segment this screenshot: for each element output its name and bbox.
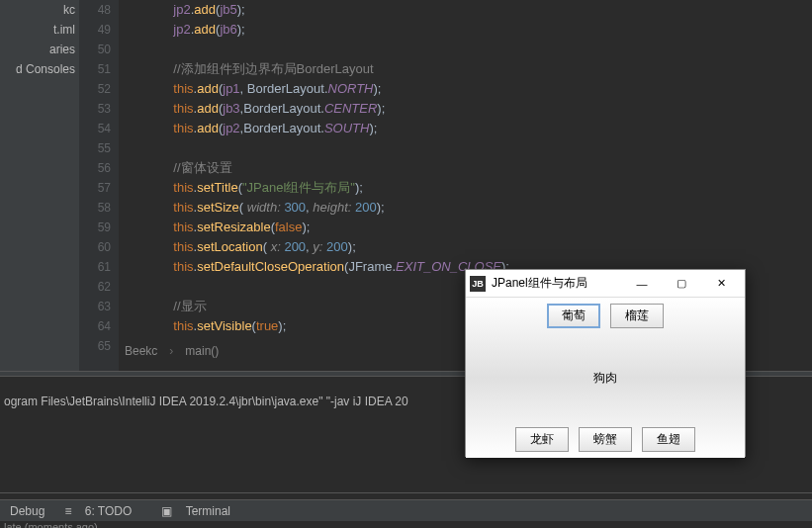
line-number: 57 (79, 178, 111, 198)
code-line[interactable]: //添加组件到边界布局BorderLayout (131, 59, 812, 79)
tab-debug[interactable]: Debug (0, 504, 54, 518)
north-button-1[interactable]: 榴莲 (610, 304, 664, 328)
project-tree-item[interactable]: d Consoles (0, 59, 79, 79)
code-line[interactable]: jp2.add(jb6); (131, 20, 812, 40)
line-number: 49 (79, 20, 111, 40)
line-number: 63 (79, 297, 111, 316)
project-tree[interactable]: kct.imlariesd Consoles (0, 0, 79, 371)
project-tree-item[interactable]: t.iml (0, 20, 79, 40)
line-number: 61 (79, 257, 111, 277)
minimize-button[interactable]: — (622, 274, 662, 294)
chevron-right-icon: › (163, 344, 179, 358)
line-number: 58 (79, 198, 111, 218)
code-line[interactable]: this.setLocation( x: 200, y: 200); (131, 237, 812, 257)
code-line[interactable]: this.add(jp2,BorderLayout.SOUTH); (131, 119, 812, 138)
app-body: 葡萄榴莲 狗肉 龙虾螃蟹鱼翅 (466, 298, 745, 458)
south-button-1[interactable]: 螃蟹 (579, 427, 632, 452)
bottom-toolbar: Debug ≡ 6: TODO ▣ Terminal (0, 499, 812, 521)
line-number: 55 (79, 138, 111, 158)
status-text: late (moments ago) (4, 521, 98, 528)
north-button-0[interactable]: 葡萄 (547, 304, 600, 328)
line-number: 59 (79, 218, 111, 237)
line-gutter: 484950515253545556575859606162636465 (79, 0, 119, 371)
maximize-button[interactable]: ▢ (662, 274, 701, 294)
status-bar: late (moments ago) (0, 521, 812, 528)
line-number: 56 (79, 158, 111, 178)
panel-north: 葡萄榴莲 (466, 298, 745, 334)
project-tree-item[interactable]: aries (0, 40, 79, 59)
panel-center: 狗肉 (466, 334, 745, 421)
tab-todo[interactable]: ≡ 6: TODO (54, 504, 151, 518)
breadcrumb[interactable]: Beekc›main() (119, 344, 225, 358)
breadcrumb-method[interactable]: main() (179, 344, 225, 358)
line-number: 53 (79, 99, 111, 119)
line-number: 64 (79, 316, 111, 336)
line-number: 62 (79, 277, 111, 297)
code-line[interactable]: //窗体设置 (131, 158, 812, 178)
app-title: JPanel组件与布局 (492, 275, 622, 292)
code-line[interactable]: this.add(jb3,BorderLayout.CENTER); (131, 99, 812, 119)
close-button[interactable]: ✕ (701, 274, 741, 294)
line-number: 65 (79, 336, 111, 356)
breadcrumb-class[interactable]: Beekc (119, 344, 163, 358)
code-line[interactable]: this.setSize( width: 300, height: 200); (131, 198, 812, 218)
titlebar[interactable]: JB JPanel组件与布局 — ▢ ✕ (466, 270, 745, 298)
tab-terminal[interactable]: ▣ Terminal (151, 504, 250, 518)
south-button-2[interactable]: 鱼翅 (642, 427, 695, 452)
code-line[interactable]: jp2.add(jb5); (131, 0, 812, 20)
project-tree-item[interactable]: kc (0, 0, 79, 20)
line-number: 51 (79, 59, 111, 79)
south-button-0[interactable]: 龙虾 (515, 427, 569, 452)
line-number: 50 (79, 40, 111, 59)
line-number: 52 (79, 79, 111, 99)
divider (0, 492, 812, 493)
code-line[interactable]: this.setTitle("JPanel组件与布局"); (131, 178, 812, 198)
panel-south: 龙虾螃蟹鱼翅 (466, 421, 745, 458)
center-label[interactable]: 狗肉 (593, 370, 617, 387)
code-line[interactable]: this.setResizable(false); (131, 218, 812, 237)
app-window[interactable]: JB JPanel组件与布局 — ▢ ✕ 葡萄榴莲 狗肉 龙虾螃蟹鱼翅 (465, 269, 746, 457)
line-number: 54 (79, 119, 111, 138)
line-number: 60 (79, 237, 111, 257)
line-number: 48 (79, 0, 111, 20)
code-line[interactable] (131, 40, 812, 59)
java-icon: JB (470, 276, 486, 292)
code-line[interactable]: this.add(jp1, BorderLayout.NORTH); (131, 79, 812, 99)
code-line[interactable] (131, 138, 812, 158)
